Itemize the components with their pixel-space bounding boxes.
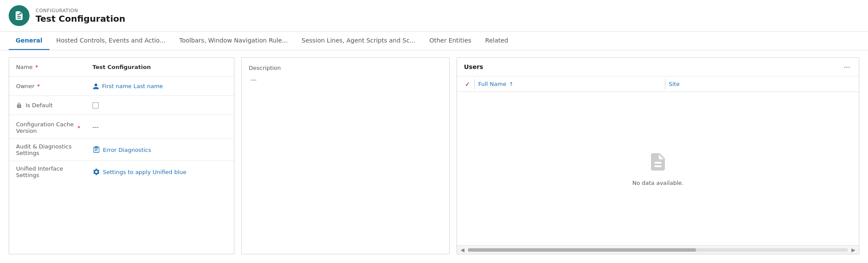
description-value: --- [249, 76, 442, 83]
owner-row: Owner * First name Last name [9, 77, 234, 96]
unified-label: Unified Interface Settings [9, 161, 87, 183]
checkbox-empty[interactable] [92, 102, 99, 108]
person-icon [92, 83, 99, 90]
scroll-left-button[interactable]: ◀ [460, 247, 464, 253]
unified-value: Settings to apply Unified blue [87, 164, 234, 180]
check-mark: ✓ [465, 81, 470, 88]
no-data-area: No data available. [457, 92, 859, 245]
no-data-text: No data available. [632, 180, 684, 186]
diagnostics-icon [92, 146, 100, 154]
name-value: Test Configuration [87, 59, 234, 75]
tab-toolbars[interactable]: Toolbars, Window Navigation Rule... [172, 32, 295, 50]
config-title: Test Configuration [36, 13, 125, 24]
name-row: Name * Test Configuration [9, 58, 234, 77]
description-panel: Description --- [241, 57, 450, 254]
scroll-right-button[interactable]: ▶ [852, 247, 855, 253]
cache-version-row: Configuration Cache Version * --- [9, 115, 234, 139]
scrollbar-track[interactable] [468, 248, 848, 252]
page-header: CONFIGURATION Test Configuration [0, 0, 868, 32]
users-panel-header: Users ··· [457, 58, 859, 76]
document-icon [14, 10, 24, 21]
is-default-row: Is Default [9, 96, 234, 115]
tab-hosted-controls[interactable]: Hosted Controls, Events and Actio... [49, 32, 172, 50]
tab-other-entities[interactable]: Other Entities [422, 32, 478, 50]
users-more-button[interactable]: ··· [842, 63, 852, 71]
tabs-bar: General Hosted Controls, Events and Acti… [0, 32, 868, 50]
unified-link[interactable]: Settings to apply Unified blue [92, 168, 187, 176]
form-panel: Name * Test Configuration Owner * First … [9, 57, 234, 254]
audit-value: Error Diagnostics [87, 141, 234, 158]
header-text-block: CONFIGURATION Test Configuration [36, 8, 125, 24]
cache-required-asterisk: * [78, 125, 81, 131]
lock-icon [16, 102, 22, 108]
is-default-checkbox[interactable] [87, 98, 234, 113]
main-content: Name * Test Configuration Owner * First … [0, 50, 868, 261]
name-label: Name * [9, 59, 87, 75]
owner-label: Owner * [9, 79, 87, 94]
unified-row: Unified Interface Settings Settings to a… [9, 161, 234, 183]
description-inner: Description --- [242, 58, 449, 254]
sort-icon: ↑ [509, 81, 513, 87]
settings-apply-icon [92, 168, 100, 176]
cache-version-value: --- [87, 119, 234, 135]
site-col-header[interactable]: Site [665, 77, 855, 91]
tab-related[interactable]: Related [478, 32, 515, 50]
tab-general[interactable]: General [9, 32, 49, 50]
tab-session-lines[interactable]: Session Lines, Agent Scripts and Sc... [295, 32, 422, 50]
audit-row: Audit & Diagnostics Settings Error Diagn… [9, 139, 234, 161]
name-required-asterisk: * [35, 64, 38, 70]
owner-required-asterisk: * [37, 83, 40, 89]
is-default-label: Is Default [9, 98, 87, 113]
description-label: Description [249, 65, 442, 71]
grid-header: ✓ Full Name ↑ Site [457, 76, 859, 92]
config-icon [9, 5, 30, 26]
no-data-icon [648, 151, 668, 176]
audit-link[interactable]: Error Diagnostics [92, 146, 151, 154]
grid-check-col: ✓ [460, 81, 474, 88]
scrollbar-thumb[interactable] [468, 248, 696, 252]
owner-value: First name Last name [87, 79, 234, 94]
scrollbar-area: ◀ ▶ [457, 245, 859, 254]
empty-list-icon [648, 151, 668, 172]
full-name-col-header[interactable]: Full Name ↑ [475, 77, 665, 91]
config-label: CONFIGURATION [36, 8, 125, 13]
users-panel-title: Users [464, 63, 483, 70]
owner-link[interactable]: First name Last name [92, 83, 163, 90]
audit-label: Audit & Diagnostics Settings [9, 139, 87, 161]
cache-version-label: Configuration Cache Version * [9, 115, 87, 138]
users-panel: Users ··· ✓ Full Name ↑ Site No data [457, 57, 859, 254]
